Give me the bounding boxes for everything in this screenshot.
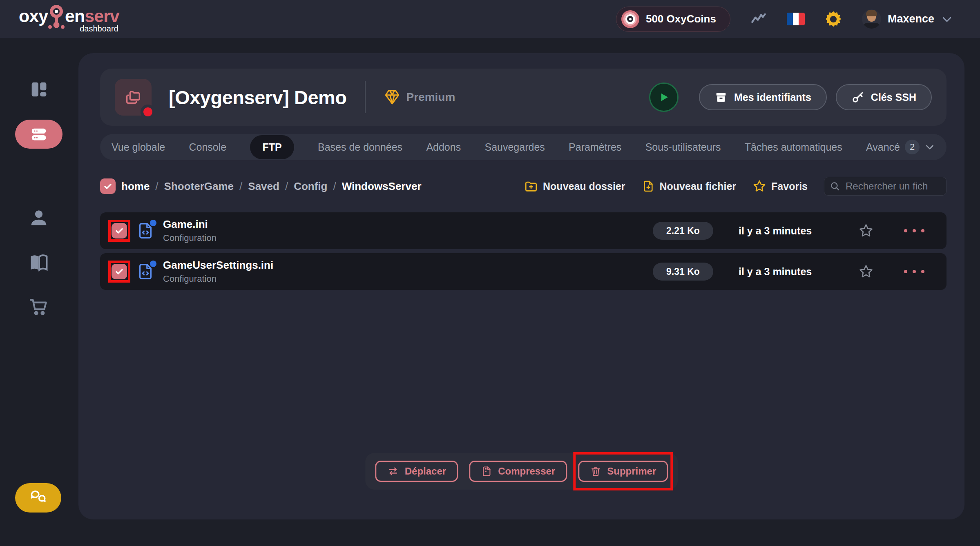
search-icon — [830, 181, 840, 193]
new-folder-button[interactable]: Nouveau dossier — [524, 179, 625, 193]
breadcrumb-config[interactable]: Config — [294, 180, 327, 193]
tab-vue-globale[interactable]: Vue globale — [112, 141, 165, 153]
archive-icon — [714, 91, 728, 104]
search-input[interactable] — [824, 177, 947, 196]
plan-label: Premium — [406, 91, 455, 104]
file-size-badge: 9.31 Ko — [653, 263, 713, 281]
avatar — [862, 9, 881, 29]
tab-parametres[interactable]: Paramètres — [569, 141, 621, 153]
breadcrumb: home / ShooterGame / Saved / Config / Wi… — [100, 178, 422, 194]
file-toolbar: home / ShooterGame / Saved / Config / Wi… — [100, 177, 947, 196]
sidebar — [0, 38, 78, 546]
breadcrumb-shootergame[interactable]: ShooterGame — [164, 180, 234, 193]
favorites-button[interactable]: Favoris — [752, 179, 808, 193]
star-icon — [858, 223, 874, 238]
tab-sous-utilisateurs[interactable]: Sous-utilisateurs — [645, 141, 721, 153]
breadcrumb-saved[interactable]: Saved — [248, 180, 279, 193]
user-menu[interactable]: Maxence — [862, 9, 953, 29]
chat-bubbles-icon — [29, 488, 48, 507]
tab-bases-de-donnees[interactable]: Bases de données — [318, 141, 402, 153]
user-icon — [28, 207, 49, 229]
select-all-checkbox[interactable] — [100, 178, 116, 194]
breadcrumb-windowsserver[interactable]: WindowsServer — [342, 180, 422, 193]
file-checkbox[interactable] — [112, 223, 127, 238]
tab-sauvegardes[interactable]: Sauvegardes — [484, 141, 545, 153]
checkbox-annotation — [112, 264, 127, 279]
delete-button[interactable]: Supprimer — [578, 461, 668, 482]
file-modified-time: il y a 3 minutes — [739, 225, 826, 237]
move-button[interactable]: Déplacer — [375, 461, 458, 482]
activity-icon[interactable] — [750, 11, 767, 28]
breadcrumb-separator: / — [155, 180, 158, 193]
divider — [365, 81, 366, 113]
language-flag-fr[interactable] — [787, 13, 805, 25]
start-server-button[interactable] — [649, 82, 679, 112]
topbar: oxy en serv dashboard 500 OxyCoi — [0, 0, 980, 38]
checkbox-annotation — [112, 223, 127, 238]
row-menu-button[interactable] — [904, 270, 924, 273]
key-icon — [851, 91, 864, 104]
oxycoins-balance[interactable]: 500 OxyCoins — [616, 7, 730, 32]
file-modified-time: il y a 3 minutes — [739, 266, 826, 278]
row-menu-button[interactable] — [904, 229, 924, 232]
file-name: GameUserSettings.ini — [163, 259, 273, 272]
file-size-badge: 2.21 Ko — [653, 222, 713, 240]
check-icon — [114, 226, 124, 236]
server-panel-card: [Oxygenserv] Demo Premium — [78, 53, 964, 519]
oxygenserv-dashboard: oxy en serv dashboard 500 OxyCoi — [0, 0, 980, 546]
sidebar-item-servers[interactable] — [15, 120, 63, 149]
check-icon — [114, 267, 124, 276]
file-type: Configuration — [163, 274, 273, 284]
logo-text-oxy: oxy — [19, 6, 48, 26]
ssh-keys-button[interactable]: Clés SSH — [836, 84, 932, 110]
tab-ftp[interactable]: FTP — [250, 135, 294, 159]
favorite-star-button[interactable] — [858, 223, 874, 238]
advanced-count-badge: 2 — [905, 140, 920, 154]
file-row-gameusersettings-ini[interactable]: GameUserSettings.ini Configuration 9.31 … — [100, 253, 947, 290]
modified-dot — [150, 261, 156, 267]
tab-avance-label: Avancé — [866, 141, 900, 153]
support-chat-button[interactable] — [15, 483, 61, 513]
breadcrumb-separator: / — [333, 180, 336, 193]
file-list: Game.ini Configuration 2.21 Ko il y a 3 … — [100, 212, 947, 290]
star-icon — [858, 264, 874, 279]
tab-addons[interactable]: Addons — [426, 141, 461, 153]
new-file-button[interactable]: Nouveau fichier — [642, 180, 737, 193]
modified-dot — [150, 220, 156, 226]
file-checkbox[interactable] — [112, 264, 127, 279]
sidebar-item-users[interactable] — [15, 203, 63, 232]
tab-console[interactable]: Console — [189, 141, 226, 153]
logo[interactable]: oxy en serv dashboard — [19, 4, 119, 33]
file-row-game-ini[interactable]: Game.ini Configuration 2.21 Ko il y a 3 … — [100, 212, 947, 249]
tab-avance[interactable]: Avancé 2 — [866, 140, 935, 154]
compress-label: Compresser — [498, 466, 555, 477]
coin-icon — [621, 10, 639, 28]
plan-badge: Premium — [384, 89, 455, 106]
tab-taches-automatiques[interactable]: Tâches automatiques — [745, 141, 842, 153]
folder-plus-icon — [524, 179, 538, 193]
trash-icon — [590, 466, 601, 477]
sidebar-item-shop[interactable] — [15, 292, 63, 321]
breadcrumb-separator: / — [239, 180, 242, 193]
favorite-star-button[interactable] — [858, 264, 874, 279]
logo-text-en: en — [65, 6, 85, 26]
check-icon — [103, 181, 113, 191]
sidebar-item-docs[interactable] — [15, 248, 63, 277]
delete-label: Supprimer — [607, 466, 656, 477]
logo-subtitle: dashboard — [80, 24, 118, 33]
server-title: [Oxygenserv] Demo — [169, 86, 347, 109]
delete-annotation: Supprimer — [578, 461, 668, 482]
settings-gear-icon[interactable] — [824, 10, 842, 28]
breadcrumb-home[interactable]: home — [121, 180, 150, 193]
credentials-button[interactable]: Mes identifiants — [699, 84, 827, 110]
server-header: [Oxygenserv] Demo Premium — [100, 69, 947, 126]
ssh-keys-label: Clés SSH — [871, 91, 916, 103]
archive-file-icon — [481, 466, 492, 477]
credentials-label: Mes identifiants — [734, 91, 811, 103]
sidebar-item-dashboard[interactable] — [15, 75, 63, 104]
logo-text-serv: serv — [85, 6, 119, 26]
chevron-down-icon — [924, 142, 935, 152]
compress-button[interactable]: Compresser — [469, 461, 567, 482]
chevron-down-icon — [941, 13, 953, 25]
file-code-icon — [136, 262, 155, 281]
